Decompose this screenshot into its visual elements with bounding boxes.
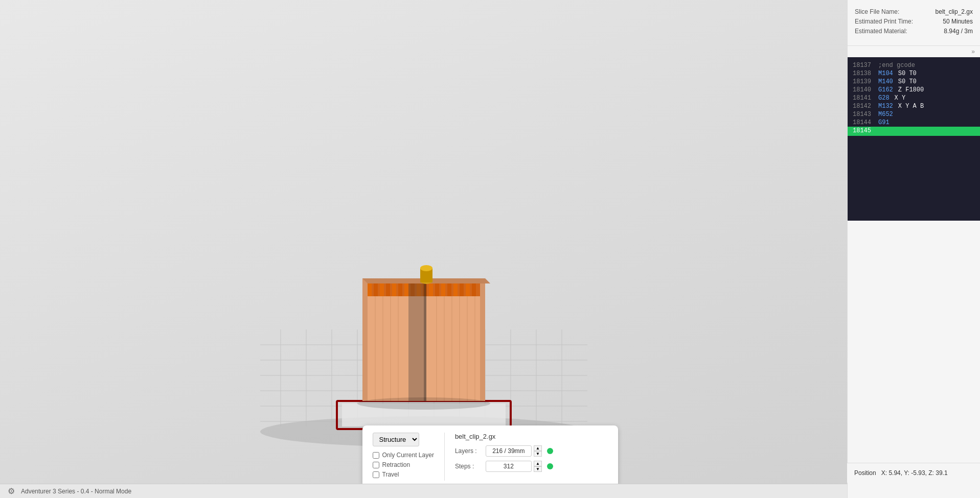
svg-rect-44	[424, 283, 426, 401]
layers-status-dot	[547, 448, 553, 454]
position-bar: Position X: 5.94, Y: -5.93, Z: 39.1	[847, 463, 980, 483]
bottom-left-panel: Structure Only Current Layer Retraction …	[373, 433, 445, 481]
bottom-panel: Structure Only Current Layer Retraction …	[362, 425, 618, 488]
grid-platform	[240, 253, 608, 447]
slice-info: Slice File Name: belt_clip_2.gx Estimate…	[848, 0, 980, 46]
gcode-command: G162	[878, 86, 893, 93]
gcode-line[interactable]: 18140G162Z F1800	[848, 86, 980, 94]
gcode-highlighted-content	[878, 127, 975, 135]
gcode-line[interactable]: 18137;end gcode	[848, 61, 980, 69]
status-bar: ⚙ Adventurer 3 Series - 0.4 - Normal Mod…	[0, 484, 847, 498]
print-time-row: Estimated Print Time: 50 Minutes	[855, 18, 973, 25]
gcode-line-num: 18144	[853, 119, 873, 126]
gcode-args: X Y	[895, 94, 906, 102]
steps-row: Steps : 312 ▲ ▼	[455, 461, 608, 472]
svg-rect-43	[408, 283, 424, 401]
gcode-line[interactable]: 18139M140S0 T0	[848, 78, 980, 86]
gcode-line-num: 18137	[853, 62, 873, 69]
svg-rect-29	[392, 283, 396, 296]
steps-stepper[interactable]: ▲ ▼	[534, 461, 542, 472]
svg-rect-28	[386, 283, 390, 296]
gcode-command: M140	[878, 78, 893, 85]
gcode-command: M104	[878, 70, 893, 77]
slice-file-row: Slice File Name: belt_clip_2.gx	[855, 8, 973, 15]
steps-status-dot	[547, 463, 553, 469]
steps-down-button[interactable]: ▼	[534, 466, 542, 472]
gcode-command: G91	[878, 119, 890, 126]
gcode-line-num: 18140	[853, 86, 873, 93]
svg-rect-35	[429, 283, 433, 296]
svg-rect-40	[460, 283, 464, 296]
gcode-args: X Y A B	[898, 103, 924, 110]
gcode-command: M652	[878, 111, 893, 118]
gcode-line-num: 18142	[853, 103, 873, 110]
collapse-button[interactable]: »	[848, 46, 980, 57]
gcode-line[interactable]: 18141G28X Y	[848, 94, 980, 102]
gcode-command: M132	[878, 103, 893, 110]
layers-up-button[interactable]: ▲	[534, 445, 542, 451]
svg-rect-38	[447, 283, 451, 296]
svg-rect-27	[380, 283, 384, 296]
layers-control: 216 / 39mm ▲ ▼	[486, 445, 542, 457]
gcode-command: G28	[878, 94, 890, 102]
steps-control: 312 ▲ ▼	[486, 461, 542, 472]
gcode-line[interactable]: 18144G91	[848, 118, 980, 127]
printer-status: Adventurer 3 Series - 0.4 - Normal Mode	[21, 488, 131, 495]
steps-up-button[interactable]: ▲	[534, 461, 542, 466]
structure-dropdown[interactable]: Structure	[373, 433, 419, 446]
retraction-row: Retraction	[373, 461, 434, 468]
svg-rect-31	[404, 283, 408, 296]
travel-checkbox[interactable]	[373, 471, 379, 478]
gcode-line-num: 18143	[853, 111, 873, 118]
gcode-args: Z F1800	[898, 86, 924, 93]
structure-select-row: Structure	[373, 433, 434, 446]
svg-point-58	[357, 397, 490, 410]
gcode-args: S0 T0	[898, 78, 917, 85]
gcode-line-num: 18145	[853, 127, 873, 135]
layers-down-button[interactable]: ▼	[534, 451, 542, 457]
svg-rect-26	[374, 283, 378, 296]
gcode-line-num: 18138	[853, 70, 873, 77]
settings-icon[interactable]: ⚙	[8, 486, 15, 496]
right-panel: Slice File Name: belt_clip_2.gx Estimate…	[847, 0, 980, 498]
gcode-line[interactable]: 18138M104S0 T0	[848, 69, 980, 78]
gcode-comment: ;end gcode	[878, 62, 915, 69]
svg-point-57	[420, 265, 432, 271]
filename-label: belt_clip_2.gx	[455, 433, 608, 440]
gcode-panel[interactable]: 18137;end gcode18138M104S0 T018139M140S0…	[848, 57, 980, 221]
svg-rect-36	[435, 283, 439, 296]
svg-rect-41	[466, 283, 470, 296]
gcode-line[interactable]: 18145	[848, 127, 980, 136]
3d-viewport[interactable]	[0, 0, 847, 498]
only-current-layer-row: Only Current Layer	[373, 452, 434, 459]
only-current-layer-checkbox[interactable]	[373, 452, 379, 459]
svg-rect-39	[453, 283, 458, 296]
material-row: Estimated Material: 8.94g / 3m	[855, 28, 973, 35]
gcode-line[interactable]: 18143M652	[848, 110, 980, 118]
svg-rect-30	[398, 283, 402, 296]
steps-value: 312	[486, 461, 532, 472]
svg-rect-37	[441, 283, 445, 296]
gcode-args: S0 T0	[898, 70, 917, 77]
gcode-line-num: 18139	[853, 78, 873, 85]
gcode-line[interactable]: 18142M132X Y A B	[848, 102, 980, 110]
gcode-line-num: 18141	[853, 94, 873, 102]
layers-stepper[interactable]: ▲ ▼	[534, 445, 542, 457]
layers-value: 216 / 39mm	[486, 445, 532, 457]
svg-rect-25	[368, 283, 372, 296]
bottom-right-panel: belt_clip_2.gx Layers : 216 / 39mm ▲ ▼ S…	[455, 433, 608, 476]
svg-rect-42	[472, 283, 476, 296]
retraction-checkbox[interactable]	[373, 462, 379, 468]
travel-row: Travel	[373, 471, 434, 478]
layers-row: Layers : 216 / 39mm ▲ ▼	[455, 445, 608, 457]
